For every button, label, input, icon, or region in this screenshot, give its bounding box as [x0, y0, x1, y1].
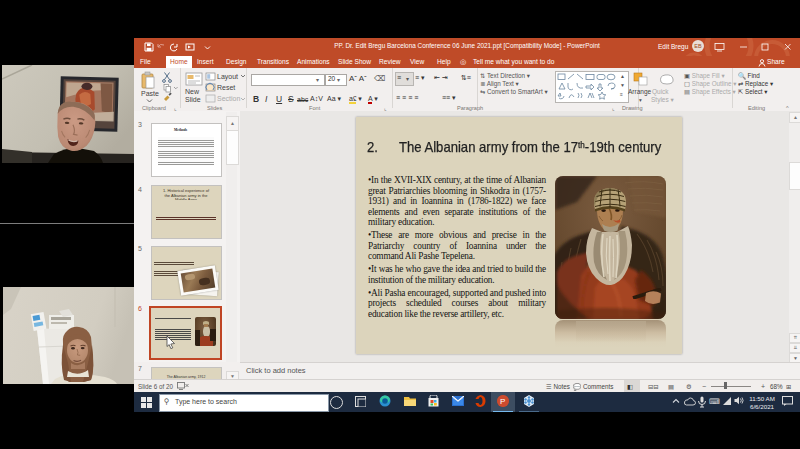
svg-text:P: P: [500, 397, 505, 406]
svg-text:Paste: Paste: [141, 90, 159, 97]
svg-text:New: New: [185, 88, 200, 95]
svg-text:Section: Section: [217, 95, 240, 102]
svg-text:Reset: Reset: [217, 84, 235, 91]
svg-text:Slide: Slide: [185, 96, 201, 103]
svg-text:Layout: Layout: [217, 73, 238, 81]
